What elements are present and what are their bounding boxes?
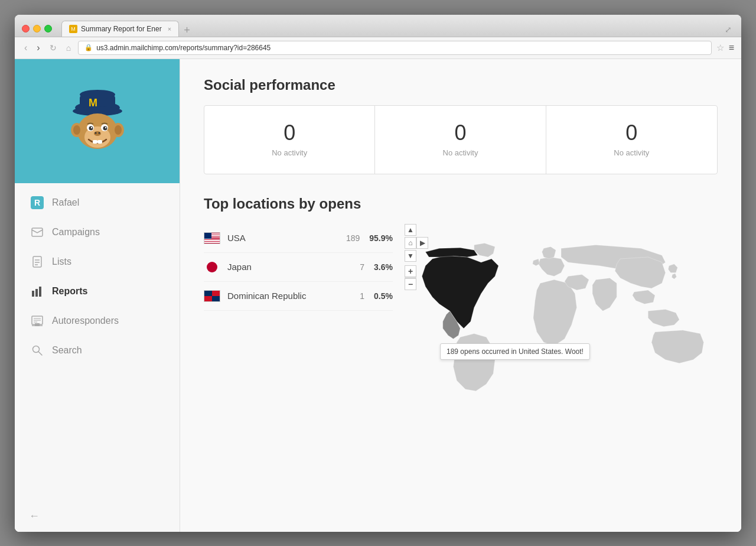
sidebar-item-reports[interactable]: Reports: [15, 277, 180, 306]
back-button[interactable]: ‹: [22, 41, 30, 54]
sidebar-header: M: [15, 59, 180, 183]
home-button[interactable]: ⌂: [64, 42, 73, 54]
map-zoom-in-button[interactable]: +: [405, 265, 416, 277]
svg-point-18: [94, 132, 96, 134]
dr-flag-icon: [204, 290, 220, 302]
sidebar-item-search[interactable]: Search: [15, 336, 180, 365]
bookmark-star-icon[interactable]: ☆: [716, 43, 724, 53]
sidebar: M: [15, 59, 180, 532]
forward-button[interactable]: ›: [34, 41, 42, 54]
tab-title: Summary Report for Ener: [81, 25, 162, 33]
sidebar-collapse-button[interactable]: ←: [15, 500, 180, 532]
url-bar[interactable]: 🔒 us3.admin.mailchimp.com/reports/summar…: [78, 41, 712, 55]
location-item-japan: Japan 7 3.6%: [204, 253, 393, 282]
social-card-1: 0 No activity: [204, 106, 375, 174]
svg-point-2: [80, 90, 115, 99]
tab-favicon: M: [69, 25, 77, 33]
location-count-dr: 1: [360, 291, 364, 301]
location-item-dr: Dominican Republic 1 0.5%: [204, 282, 393, 311]
browser-window: M Summary Report for Ener × + ⤢ ‹ › ↻ ⌂ …: [15, 15, 741, 532]
minimize-button[interactable]: [33, 25, 41, 32]
close-button[interactable]: [22, 25, 30, 32]
location-name-usa: USA: [227, 233, 339, 243]
social-card-2-number: 0: [387, 122, 533, 144]
sidebar-item-campaigns[interactable]: Campaigns: [15, 217, 180, 247]
svg-point-15: [90, 126, 92, 128]
url-domain: us3.admin.mailchimp.com: [96, 44, 178, 52]
user-initial-icon: R: [31, 196, 44, 209]
sidebar-nav: R Rafael Campaigns: [15, 183, 180, 500]
japan-flag-icon: [204, 261, 220, 273]
locations-container: USA 189 95.9% Japan 7 3.6%: [204, 224, 718, 431]
svg-point-8: [73, 125, 80, 135]
map-tooltip: 189 opens occurred in United States. Woo…: [440, 343, 590, 360]
title-bar: M Summary Report for Ener × + ⤢: [15, 15, 741, 37]
traffic-lights: [22, 25, 52, 32]
svg-point-9: [115, 125, 122, 135]
svg-rect-22: [32, 228, 43, 236]
map-nav-right-icon[interactable]: ▶: [416, 237, 428, 249]
svg-point-13: [89, 126, 93, 130]
sidebar-item-lists[interactable]: Lists: [15, 247, 180, 277]
active-tab[interactable]: M Summary Report for Ener ×: [61, 21, 179, 37]
maximize-button[interactable]: [44, 25, 52, 32]
svg-rect-27: [32, 291, 34, 297]
sidebar-item-label-campaigns: Campaigns: [52, 227, 100, 238]
world-map-svg: [405, 224, 718, 419]
app-body: M: [15, 59, 741, 532]
map-controls: ▲ ⌂ ▶ ▼ + −: [405, 224, 428, 290]
address-bar: ‹ › ↻ ⌂ 🔒 us3.admin.mailchimp.com/report…: [15, 37, 741, 59]
lists-icon: [31, 255, 44, 268]
url-path: /reports/summary?id=286645: [178, 44, 271, 52]
url-text: us3.admin.mailchimp.com/reports/summary?…: [96, 44, 271, 52]
social-performance-title: Social performance: [204, 77, 718, 93]
tab-close-button[interactable]: ×: [168, 25, 171, 32]
social-performance-cards: 0 No activity 0 No activity 0 No activit…: [204, 105, 718, 174]
new-tab-button[interactable]: +: [179, 24, 195, 37]
map-zoom-out-button[interactable]: −: [405, 278, 416, 290]
location-pct-japan: 3.6%: [374, 262, 393, 272]
location-count-usa: 189: [346, 233, 360, 243]
svg-point-16: [105, 126, 106, 128]
svg-rect-23: [33, 256, 41, 267]
main-content: Social performance 0 No activity 0 No ac…: [180, 59, 741, 532]
location-pct-usa: 95.9%: [369, 233, 393, 243]
sidebar-item-label-user: Rafael: [52, 197, 79, 208]
map-nav-up-icon[interactable]: ▲: [405, 224, 416, 236]
svg-line-37: [38, 352, 42, 355]
location-item-usa: USA 189 95.9%: [204, 224, 393, 253]
location-name-japan: Japan: [227, 262, 353, 272]
svg-rect-29: [39, 287, 41, 297]
svg-rect-28: [35, 289, 38, 297]
sidebar-item-label-search: Search: [52, 345, 82, 356]
social-card-3-label: No activity: [558, 148, 705, 157]
expand-icon[interactable]: ⤢: [722, 22, 734, 37]
social-card-1-label: No activity: [216, 148, 363, 157]
svg-point-17: [94, 131, 101, 136]
autoresponders-icon: [31, 314, 44, 327]
social-card-1-number: 0: [216, 122, 363, 144]
social-card-2: 0 No activity: [375, 106, 546, 174]
social-card-2-label: No activity: [387, 148, 533, 157]
svg-point-19: [98, 132, 100, 134]
sidebar-item-label-lists: Lists: [52, 256, 71, 267]
svg-text:M: M: [89, 97, 97, 109]
social-card-3-number: 0: [558, 122, 705, 144]
world-map-container: ▲ ⌂ ▶ ▼ + −: [405, 224, 718, 431]
svg-rect-20: [93, 140, 97, 144]
sidebar-item-label-autoresponders: Autoresponders: [52, 316, 119, 326]
locations-list: USA 189 95.9% Japan 7 3.6%: [204, 224, 393, 431]
refresh-button[interactable]: ↻: [47, 42, 59, 54]
campaigns-icon: [31, 226, 44, 239]
map-nav-down-icon[interactable]: ▼: [405, 250, 416, 262]
menu-icon[interactable]: ≡: [729, 43, 734, 53]
svg-point-14: [103, 126, 107, 130]
sidebar-item-autoresponders[interactable]: Autoresponders: [15, 306, 180, 336]
location-name-dr: Dominican Republic: [227, 291, 353, 301]
reports-icon: [31, 285, 44, 298]
sidebar-item-user[interactable]: R Rafael: [15, 188, 180, 217]
mailchimp-logo: M: [59, 83, 136, 160]
map-nav-home-icon[interactable]: ⌂: [405, 237, 416, 249]
top-locations-title: Top locations by opens: [204, 196, 718, 212]
sidebar-item-label-reports: Reports: [52, 286, 87, 297]
